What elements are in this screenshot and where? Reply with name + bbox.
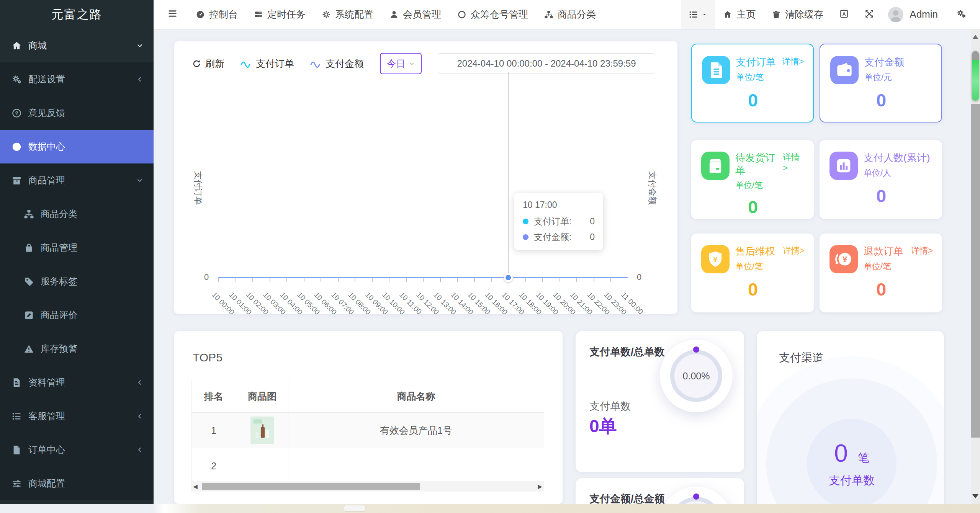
y-axis-zero-left: 0 <box>204 272 209 282</box>
hamburger-icon <box>167 8 178 19</box>
wallet-icon <box>830 56 859 84</box>
stat-value: 0 <box>701 279 805 300</box>
channel-center: 0笔 支付单数 <box>807 419 897 508</box>
translate-icon <box>839 9 849 19</box>
highlighted-point <box>504 273 513 282</box>
dashboard-icon <box>11 142 22 152</box>
list-icon <box>11 411 22 422</box>
detail-link[interactable]: 详情> <box>782 56 804 69</box>
sitemap-icon <box>24 209 34 219</box>
sidebar-item-service-tags[interactable]: 服务标签 <box>0 265 154 298</box>
pay-count-ratio-card: 支付单数/总单数 0.00% 支付单数 0单 <box>576 331 744 472</box>
chevron-left-icon <box>136 446 144 454</box>
gauge-title: 支付单数/总单数 <box>589 345 665 359</box>
top5-card: TOP5 排名 商品图 商品名称 1 有效会员产品1号 2 ◀ ▶ <box>174 331 563 504</box>
scrollbar-indicator[interactable] <box>972 51 979 101</box>
legend-pay-amount[interactable]: 支付金额 <box>310 57 364 70</box>
gauge-dot <box>693 346 699 353</box>
file-text-icon <box>11 377 22 388</box>
avatar[interactable] <box>888 7 903 22</box>
stat-card-pay-orders: 支付订单详情> 单位/笔 0 <box>691 44 814 123</box>
channel-unit: 笔 <box>858 451 869 464</box>
nav-item-member-management[interactable]: 会员管理 <box>389 8 441 21</box>
chart-header: 刷新 支付订单 支付金额 今日 2024-04-10 00:00:00 - 20… <box>174 41 677 74</box>
sidebar-item-mall[interactable]: 商城 <box>0 29 154 62</box>
brand-title: 元富之路 <box>0 0 154 29</box>
nav-item-scheduled-tasks[interactable]: 定时任务 <box>254 8 306 21</box>
gauge-donut: 0.00% <box>660 340 733 412</box>
sidebar-item-goods-management[interactable]: 商品管理 <box>0 163 154 197</box>
chart-tooltip: 10 17:00 支付订单: 0 支付金额: 0 <box>514 193 603 250</box>
sidebar-item-goods-review[interactable]: 商品评价 <box>0 298 154 332</box>
scroll-right-arrow[interactable]: ▶ <box>536 483 544 490</box>
table-row: 2 <box>191 448 544 484</box>
refresh-button[interactable]: 刷新 <box>192 57 224 70</box>
nav-item-console[interactable]: 控制台 <box>196 8 238 21</box>
translate-button[interactable] <box>839 8 849 20</box>
caret-down-icon <box>702 11 707 17</box>
chevron-down-icon <box>409 61 415 67</box>
sidebar-item-customer-service[interactable]: 客服管理 <box>0 399 154 433</box>
sidebar-item-goods-manage[interactable]: 商品管理 <box>0 231 154 265</box>
sidebar-item-feedback[interactable]: 意见反馈 <box>0 96 154 130</box>
stat-card-pay-amount: 支付金额 单位/元 0 <box>820 44 942 123</box>
gauge-value: 0单 <box>589 415 617 438</box>
scroll-down-arrow[interactable] <box>972 494 978 502</box>
sidebar-item-goods-category[interactable]: 商品分类 <box>0 197 154 231</box>
chart-hover-line <box>508 72 509 278</box>
sitemap-icon <box>544 10 553 19</box>
detail-link[interactable]: 详情 > <box>783 152 805 176</box>
stat-value: 0 <box>829 279 933 300</box>
user-menu[interactable]: Admin <box>910 8 938 20</box>
sidebar-toggle-button[interactable] <box>154 8 188 20</box>
channel-label: 支付单数 <box>829 473 875 488</box>
gear-icon <box>322 10 331 19</box>
scrollbar-thumb[interactable] <box>202 483 420 490</box>
nav-item-homepage[interactable]: 主页 <box>723 8 756 21</box>
chevron-down-icon <box>136 176 144 184</box>
sidebar-item-order-center[interactable]: 订单中心 <box>0 433 154 467</box>
settings-button[interactable] <box>956 8 966 20</box>
sidebar-item-delivery-settings[interactable]: 配送设置 <box>0 62 154 96</box>
scrollbar-thumb[interactable] <box>344 505 365 511</box>
sidebar-item-data-center[interactable]: 数据中心 <box>0 130 154 163</box>
bar-chart-icon <box>829 152 858 180</box>
period-select[interactable]: 今日 <box>380 53 422 74</box>
fullscreen-button[interactable] <box>864 8 874 20</box>
channel-value: 0 <box>834 439 848 467</box>
question-circle-icon <box>11 108 22 118</box>
scroll-up-arrow[interactable] <box>972 32 978 39</box>
nav-item-goods-category[interactable]: 商品分类 <box>544 8 596 21</box>
wave-icon <box>241 58 252 69</box>
refund-coin-icon <box>829 245 858 273</box>
nav-item-crowdfunding-management[interactable]: 众筹仓号管理 <box>457 8 528 21</box>
chevron-down-icon <box>136 42 144 49</box>
tooltip-title: 10 17:00 <box>523 200 595 210</box>
payments-chart-card: 刷新 支付订单 支付金额 今日 2024-04-10 00:00:00 - 20… <box>174 41 677 314</box>
navbar-right: 主页 清除缓存 Admin <box>681 0 980 29</box>
sidebar-item-mall-config[interactable]: 商城配置 <box>0 467 154 500</box>
y-axis-label-right: 支付金额 <box>646 171 658 205</box>
stat-value: 0 <box>702 90 804 111</box>
detail-link[interactable]: 详情> <box>783 245 805 258</box>
product-thumbnail <box>250 417 275 444</box>
horizontal-scrollbar[interactable] <box>0 504 980 513</box>
package-icon <box>701 152 730 180</box>
scrollbar-thumb[interactable] <box>971 104 980 438</box>
date-range-picker[interactable]: 2024-04-10 00:00:00 - 2024-04-10 23:59:5… <box>438 53 655 74</box>
dashboard-icon <box>196 10 205 19</box>
series-dot <box>523 234 528 240</box>
legend-pay-orders[interactable]: 支付订单 <box>241 57 294 70</box>
clear-cache-button[interactable]: 清除缓存 <box>772 8 823 21</box>
file-icon <box>11 445 22 455</box>
sidebar-item-stock-warning[interactable]: 库存预警 <box>0 332 154 366</box>
vertical-scrollbar[interactable] <box>971 29 980 504</box>
tabs-dropdown-button[interactable] <box>681 0 715 29</box>
sidebar-item-material-management[interactable]: 资料管理 <box>0 366 154 399</box>
y-axis-zero-right: 0 <box>637 272 641 282</box>
nav-item-system-config[interactable]: 系统配置 <box>322 8 373 21</box>
detail-link[interactable]: 详情> <box>911 245 933 258</box>
tag-icon <box>24 276 34 287</box>
scroll-left-arrow[interactable]: ◀ <box>191 483 200 490</box>
sliders-icon <box>11 479 22 489</box>
